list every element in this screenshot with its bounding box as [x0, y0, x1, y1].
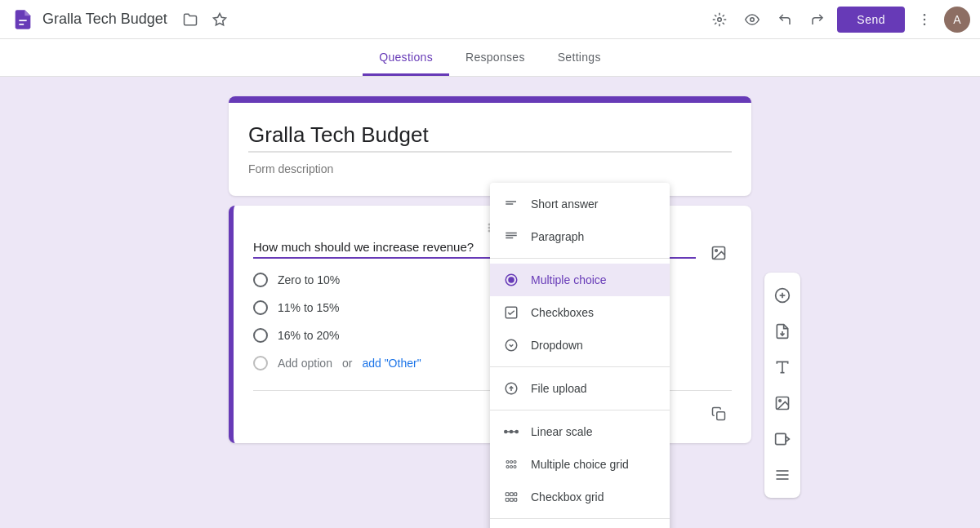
file-upload-icon: [503, 380, 519, 397]
radio-circle-2: [253, 328, 268, 343]
star-button[interactable]: [207, 7, 233, 33]
menu-item-checkboxes[interactable]: Checkboxes: [490, 296, 670, 329]
folder-button[interactable]: [177, 7, 203, 33]
main-content: Zero to 10% 11% to 15% 16% to 20% Add op…: [0, 77, 980, 528]
menu-label-linear-scale: Linear scale: [531, 425, 593, 438]
svg-point-5: [924, 13, 926, 16]
more-options-button[interactable]: [911, 7, 938, 33]
option-label-2: 16% to 20%: [278, 329, 340, 342]
svg-point-52: [510, 466, 513, 468]
menu-divider-2: [490, 366, 670, 367]
question-type-dropdown: Short answer Paragraph Multiple choice: [490, 183, 670, 528]
redo-button[interactable]: [804, 7, 831, 33]
svg-point-53: [514, 466, 516, 468]
menu-label-paragraph: Paragraph: [531, 230, 584, 243]
menu-item-paragraph[interactable]: Paragraph: [490, 220, 670, 253]
svg-rect-56: [514, 493, 517, 496]
form-description-input[interactable]: [248, 162, 732, 175]
form-header-card: [229, 96, 751, 196]
svg-rect-54: [506, 493, 509, 496]
svg-rect-55: [510, 493, 514, 496]
menu-label-checkboxes: Checkboxes: [531, 306, 594, 319]
svg-rect-59: [514, 499, 517, 502]
add-other-link[interactable]: add "Other": [362, 357, 421, 370]
send-button[interactable]: Send: [837, 7, 905, 33]
dropdown-icon: [503, 337, 519, 353]
linear-scale-icon: [503, 424, 519, 440]
svg-point-4: [751, 17, 755, 21]
svg-point-47: [515, 431, 518, 433]
topbar: Gralla Tech Budget: [0, 0, 980, 39]
right-toolbar: [764, 273, 800, 498]
menu-label-checkbox-grid: Checkbox grid: [531, 490, 604, 504]
collab-button[interactable]: [706, 7, 733, 33]
question-image-button[interactable]: [706, 240, 732, 266]
svg-rect-57: [506, 499, 509, 502]
menu-divider-3: [490, 410, 670, 410]
app-title: Gralla Tech Budget: [42, 11, 167, 28]
topbar-icons: [177, 7, 233, 33]
menu-item-file-upload[interactable]: File upload: [490, 372, 670, 405]
svg-point-50: [514, 461, 516, 464]
svg-point-6: [924, 18, 926, 20]
menu-divider-1: [490, 258, 670, 259]
menu-item-checkbox-grid[interactable]: Checkbox grid: [490, 481, 670, 513]
add-option-or: or: [342, 357, 352, 370]
app-logo[interactable]: [10, 7, 36, 33]
avatar[interactable]: A: [944, 7, 970, 33]
menu-item-multiple-choice[interactable]: Multiple choice: [490, 264, 670, 296]
form-title-input[interactable]: [248, 122, 732, 153]
paragraph-icon: [503, 229, 519, 245]
checkbox-grid-icon: [503, 489, 519, 505]
svg-marker-2: [213, 13, 225, 24]
option-label-0: Zero to 10%: [278, 273, 340, 286]
svg-rect-28: [776, 433, 786, 444]
add-option-radio: [253, 356, 268, 370]
menu-label-dropdown: Dropdown: [531, 339, 583, 352]
add-title-button[interactable]: [764, 349, 800, 385]
menu-item-short-answer[interactable]: Short answer: [490, 188, 670, 220]
svg-rect-58: [510, 499, 514, 502]
radio-circle-0: [253, 273, 268, 287]
radio-circle-1: [253, 300, 268, 315]
menu-label-file-upload: File upload: [531, 382, 587, 395]
multiple-choice-icon: [503, 272, 519, 288]
tab-questions[interactable]: Questions: [363, 41, 449, 76]
svg-point-18: [715, 250, 718, 252]
menu-item-dropdown[interactable]: Dropdown: [490, 329, 670, 362]
add-image-button[interactable]: [764, 385, 800, 421]
svg-point-51: [506, 466, 509, 468]
svg-point-27: [779, 400, 782, 402]
copy-question-button[interactable]: [706, 401, 732, 427]
tab-responses[interactable]: Responses: [449, 41, 541, 76]
import-questions-button[interactable]: [764, 313, 800, 349]
menu-item-date[interactable]: Date: [490, 524, 670, 528]
svg-point-46: [510, 431, 513, 433]
menu-label-multiple-choice: Multiple choice: [531, 273, 607, 286]
menu-label-multiple-choice-grid: Multiple choice grid: [531, 458, 629, 471]
svg-point-45: [505, 431, 507, 433]
svg-point-49: [510, 461, 513, 464]
menu-item-linear-scale[interactable]: Linear scale: [490, 415, 670, 448]
menu-divider-4: [490, 518, 670, 519]
svg-point-48: [506, 461, 509, 464]
svg-marker-29: [786, 437, 789, 442]
short-answer-icon: [503, 196, 519, 212]
checkboxes-icon: [503, 304, 519, 321]
add-video-button[interactable]: [764, 421, 800, 457]
svg-rect-19: [717, 412, 725, 420]
svg-point-3: [718, 17, 722, 21]
tab-settings[interactable]: Settings: [541, 41, 617, 76]
option-label-1: 11% to 15%: [278, 301, 340, 314]
svg-point-41: [506, 339, 517, 351]
multiple-choice-grid-icon: [503, 456, 519, 473]
undo-button[interactable]: [772, 7, 798, 33]
add-option-label[interactable]: Add option: [278, 357, 332, 370]
preview-button[interactable]: [739, 7, 765, 33]
add-question-button[interactable]: [764, 277, 800, 313]
svg-point-39: [508, 277, 514, 283]
menu-label-short-answer: Short answer: [531, 197, 598, 211]
svg-point-7: [924, 23, 926, 25]
add-section-button[interactable]: [764, 457, 800, 493]
menu-item-multiple-choice-grid[interactable]: Multiple choice grid: [490, 448, 670, 481]
